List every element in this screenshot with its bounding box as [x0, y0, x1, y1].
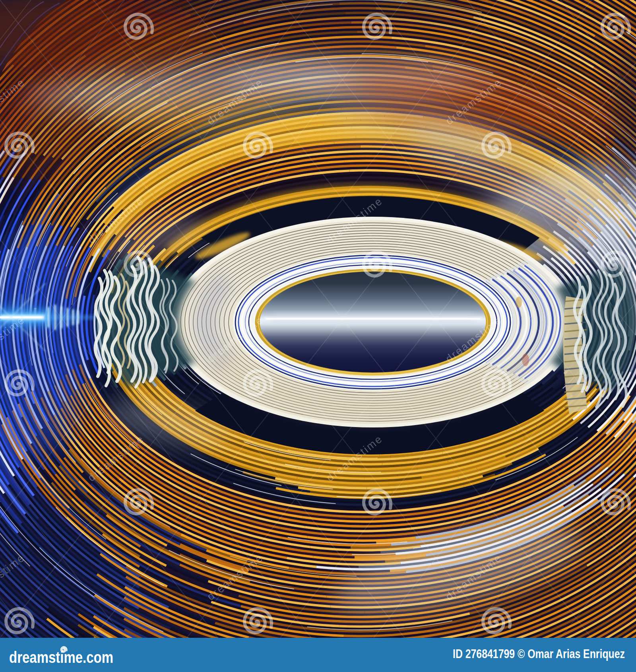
- svg-text:ID 276841799 © Omar Arias Enri: ID 276841799 © Omar Arias Enriquez: [453, 647, 625, 661]
